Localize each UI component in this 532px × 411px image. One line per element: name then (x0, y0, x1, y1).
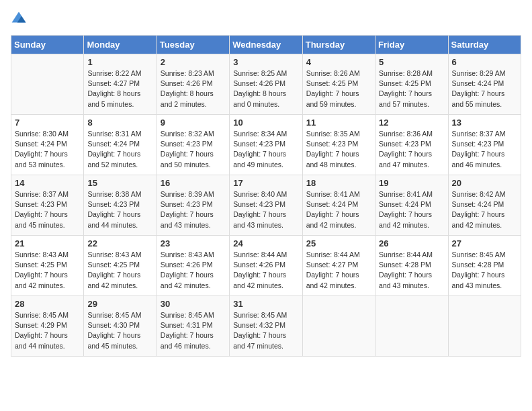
cell-line: Daylight: 7 hours (87, 150, 140, 158)
calendar-week-4: 21Sunrise: 8:43 AMSunset: 4:25 PMDayligh… (11, 236, 521, 296)
calendar-week-1: 1Sunrise: 8:22 AMSunset: 4:27 PMDaylight… (11, 54, 521, 115)
cell-line: Sunset: 4:24 PM (15, 140, 67, 148)
day-number: 5 (379, 57, 444, 67)
cell-line: Sunrise: 8:44 AM (233, 250, 287, 259)
calendar-cell: 10Sunrise: 8:34 AMSunset: 4:23 PMDayligh… (230, 115, 302, 175)
cell-line: and 42 minutes. (379, 221, 429, 229)
cell-line: and 47 minutes. (379, 161, 429, 169)
cell-line: and 57 minutes. (379, 100, 429, 108)
cell-line: Daylight: 7 hours (379, 89, 432, 97)
calendar-table: SundayMondayTuesdayWednesdayThursdayFrid… (11, 35, 521, 357)
cell-text: Sunrise: 8:35 AMSunset: 4:23 PMDaylight:… (306, 129, 371, 170)
calendar-cell: 18Sunrise: 8:41 AMSunset: 4:24 PMDayligh… (302, 175, 375, 236)
cell-line: Sunset: 4:30 PM (87, 321, 140, 329)
cell-line: Sunrise: 8:39 AM (161, 190, 214, 198)
cell-line: Daylight: 7 hours (87, 331, 140, 339)
calendar-week-2: 7Sunrise: 8:30 AMSunset: 4:24 PMDaylight… (11, 115, 521, 175)
cell-line: and 45 minutes. (87, 342, 138, 350)
day-number: 18 (306, 178, 371, 188)
cell-line: Sunrise: 8:43 AM (161, 250, 214, 259)
cell-line: Daylight: 7 hours (87, 271, 140, 279)
cell-line: Sunrise: 8:44 AM (379, 250, 433, 259)
calendar-cell: 31Sunrise: 8:45 AMSunset: 4:32 PMDayligh… (230, 296, 302, 357)
cell-text: Sunrise: 8:28 AMSunset: 4:25 PMDaylight:… (379, 68, 444, 109)
cell-line: Daylight: 7 hours (452, 89, 505, 97)
calendar-cell (11, 54, 84, 115)
cell-line: Sunrise: 8:35 AM (306, 130, 360, 138)
cell-line: and 47 minutes. (233, 342, 283, 350)
cell-line: Daylight: 7 hours (379, 271, 432, 279)
cell-line: and 55 minutes. (452, 100, 502, 108)
cell-line: and 53 minutes. (15, 161, 65, 169)
cell-line: Sunset: 4:23 PM (87, 200, 140, 208)
cell-text: Sunrise: 8:32 AMSunset: 4:23 PMDaylight:… (161, 129, 226, 170)
cell-line: Sunrise: 8:29 AM (452, 69, 506, 77)
cell-line: Sunrise: 8:40 AM (233, 190, 287, 198)
cell-text: Sunrise: 8:36 AMSunset: 4:23 PMDaylight:… (379, 129, 444, 170)
cell-text: Sunrise: 8:26 AMSunset: 4:25 PMDaylight:… (306, 68, 371, 109)
cell-line: Daylight: 8 hours (87, 89, 140, 97)
cell-line: Daylight: 8 hours (161, 89, 214, 97)
cell-text: Sunrise: 8:29 AMSunset: 4:24 PMDaylight:… (452, 68, 517, 109)
calendar-cell: 3Sunrise: 8:25 AMSunset: 4:26 PMDaylight… (230, 54, 302, 115)
day-number: 20 (452, 178, 517, 188)
cell-line: Daylight: 7 hours (15, 331, 68, 339)
cell-line: Sunrise: 8:45 AM (233, 311, 287, 319)
cell-line: Sunrise: 8:44 AM (306, 250, 360, 259)
cell-line: and 42 minutes. (306, 281, 357, 289)
calendar-cell: 12Sunrise: 8:36 AMSunset: 4:23 PMDayligh… (375, 115, 448, 175)
day-number: 26 (379, 238, 444, 248)
cell-text: Sunrise: 8:43 AMSunset: 4:26 PMDaylight:… (161, 250, 226, 291)
calendar-cell: 4Sunrise: 8:26 AMSunset: 4:25 PMDaylight… (302, 54, 375, 115)
cell-line: Sunrise: 8:26 AM (306, 69, 360, 77)
cell-line: Sunset: 4:23 PM (379, 140, 431, 148)
cell-line: Sunset: 4:31 PM (161, 321, 213, 329)
cell-line: Daylight: 7 hours (306, 89, 359, 97)
day-header-sunday: Sunday (11, 36, 84, 54)
calendar-cell: 5Sunrise: 8:28 AMSunset: 4:25 PMDaylight… (375, 54, 448, 115)
day-header-monday: Monday (84, 36, 157, 54)
cell-line: Sunrise: 8:30 AM (15, 130, 69, 138)
cell-text: Sunrise: 8:44 AMSunset: 4:28 PMDaylight:… (379, 250, 444, 291)
day-header-wednesday: Wednesday (230, 36, 302, 54)
day-number: 4 (306, 57, 371, 67)
day-number: 8 (87, 118, 152, 128)
day-number: 24 (233, 238, 298, 248)
calendar-cell: 24Sunrise: 8:44 AMSunset: 4:26 PMDayligh… (230, 236, 302, 296)
cell-text: Sunrise: 8:44 AMSunset: 4:27 PMDaylight:… (306, 250, 371, 291)
calendar-cell: 9Sunrise: 8:32 AMSunset: 4:23 PMDaylight… (157, 115, 229, 175)
calendar-week-3: 14Sunrise: 8:37 AMSunset: 4:23 PMDayligh… (11, 175, 521, 236)
cell-line: Sunset: 4:24 PM (452, 200, 504, 208)
day-number: 6 (452, 57, 517, 67)
cell-line: Daylight: 8 hours (233, 89, 286, 97)
day-number: 30 (161, 299, 226, 309)
cell-text: Sunrise: 8:45 AMSunset: 4:30 PMDaylight:… (87, 310, 152, 351)
cell-line: Daylight: 7 hours (15, 150, 68, 158)
calendar-cell: 21Sunrise: 8:43 AMSunset: 4:25 PMDayligh… (11, 236, 84, 296)
cell-text: Sunrise: 8:41 AMSunset: 4:24 PMDaylight:… (379, 189, 444, 230)
cell-text: Sunrise: 8:38 AMSunset: 4:23 PMDaylight:… (87, 189, 152, 230)
day-number: 3 (233, 57, 298, 67)
cell-line: Daylight: 7 hours (233, 150, 286, 158)
cell-line: Sunrise: 8:42 AM (452, 190, 506, 198)
calendar-cell: 19Sunrise: 8:41 AMSunset: 4:24 PMDayligh… (375, 175, 448, 236)
calendar-cell: 28Sunrise: 8:45 AMSunset: 4:29 PMDayligh… (11, 296, 84, 357)
cell-line: Sunset: 4:26 PM (233, 261, 285, 269)
cell-line: and 42 minutes. (161, 281, 211, 289)
cell-line: Daylight: 7 hours (161, 210, 214, 218)
cell-line: Sunset: 4:32 PM (233, 321, 285, 329)
cell-line: Daylight: 7 hours (15, 210, 68, 218)
calendar-cell: 29Sunrise: 8:45 AMSunset: 4:30 PMDayligh… (84, 296, 157, 357)
cell-line: Daylight: 7 hours (233, 210, 286, 218)
logo-icon (11, 11, 27, 27)
cell-line: Sunset: 4:23 PM (452, 140, 504, 148)
day-number: 25 (306, 238, 371, 248)
cell-line: Sunset: 4:23 PM (233, 140, 285, 148)
calendar-cell: 2Sunrise: 8:23 AMSunset: 4:26 PMDaylight… (157, 54, 229, 115)
cell-line: Daylight: 7 hours (161, 150, 214, 158)
cell-line: Daylight: 7 hours (306, 210, 359, 218)
cell-line: Daylight: 7 hours (15, 271, 68, 279)
header (11, 11, 521, 30)
cell-line: Sunset: 4:24 PM (87, 140, 140, 148)
calendar-cell: 20Sunrise: 8:42 AMSunset: 4:24 PMDayligh… (448, 175, 521, 236)
